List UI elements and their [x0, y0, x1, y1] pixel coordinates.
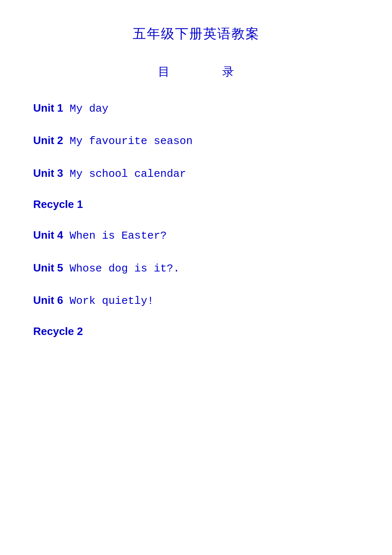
unit-title: My school calendar — [63, 168, 186, 180]
unit-title: Whose dog is it?. — [63, 262, 180, 275]
unit-label: Unit 3 — [33, 167, 63, 179]
toc-unit-item: Unit 1 My day — [33, 100, 359, 116]
unit-title: My day — [63, 103, 108, 115]
unit-label: Unit 5 — [33, 262, 63, 274]
unit-label: Unit 4 — [33, 229, 63, 241]
toc-recycle-item: Recycle 2 — [33, 325, 359, 338]
unit-label: Unit 2 — [33, 134, 63, 147]
unit-title: My favourite season — [63, 135, 192, 147]
page-container: 五年级下册英语教案 目 录 Unit 1 My dayUnit 2 My fav… — [0, 0, 392, 555]
unit-label: Unit 6 — [33, 294, 63, 306]
toc-list: Unit 1 My dayUnit 2 My favourite seasonU… — [33, 100, 359, 338]
page-title: 五年级下册英语教案 — [33, 25, 359, 43]
toc-unit-item: Unit 4 When is Easter? — [33, 227, 359, 243]
toc-unit-item: Unit 3 My school calendar — [33, 166, 359, 181]
toc-header: 目 录 — [33, 64, 359, 80]
unit-title: When is Easter? — [63, 230, 167, 242]
unit-label: Unit 1 — [33, 102, 63, 114]
toc-recycle-item: Recycle 1 — [33, 198, 359, 211]
toc-unit-item: Unit 6 Work quietly! — [33, 293, 359, 308]
toc-unit-item: Unit 2 My favourite season — [33, 133, 359, 149]
toc-unit-item: Unit 5 Whose dog is it?. — [33, 260, 359, 276]
unit-title: Work quietly! — [63, 295, 153, 307]
